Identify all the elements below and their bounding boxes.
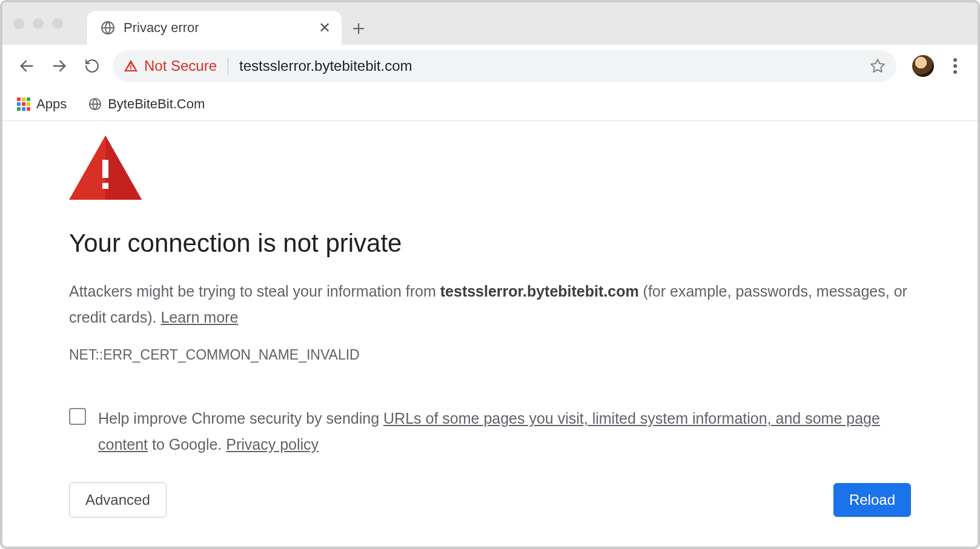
apps-grid-icon xyxy=(17,97,30,111)
forward-button[interactable] xyxy=(47,54,71,78)
warning-triangle-icon xyxy=(124,59,138,73)
svg-point-4 xyxy=(953,58,957,62)
svg-marker-3 xyxy=(871,59,884,72)
warning-triangle-icon xyxy=(69,136,911,202)
new-tab-button[interactable]: ＋ xyxy=(342,11,376,45)
learn-more-link[interactable]: Learn more xyxy=(161,309,238,326)
bookmark-star-icon[interactable] xyxy=(870,58,886,74)
address-bar[interactable]: Not Secure testsslerror.bytebitebit.com xyxy=(113,50,896,82)
globe-icon xyxy=(88,97,102,111)
svg-point-5 xyxy=(953,64,957,68)
bookmark-item-bytebitebit[interactable]: ByteBiteBit.Com xyxy=(88,96,205,112)
back-button[interactable] xyxy=(15,54,39,78)
svg-marker-9 xyxy=(105,136,142,200)
svg-rect-11 xyxy=(102,183,108,189)
traffic-light-zoom[interactable] xyxy=(52,18,63,29)
tab-strip: Privacy error ✕ ＋ xyxy=(2,2,978,45)
error-code: NET::ERR_CERT_COMMON_NAME_INVALID xyxy=(69,347,911,363)
tab-title: Privacy error xyxy=(124,20,199,36)
browser-tab[interactable]: Privacy error ✕ xyxy=(87,11,342,45)
domain-bold: testsslerror.bytebitebit.com xyxy=(440,283,639,300)
privacy-policy-link[interactable]: Privacy policy xyxy=(226,436,319,453)
close-icon[interactable]: ✕ xyxy=(319,21,331,35)
omnibox-separator xyxy=(228,58,228,74)
paragraph-text-prefix: Attackers might be trying to steal your … xyxy=(69,283,440,300)
security-status-label[interactable]: Not Secure xyxy=(144,58,217,74)
globe-icon xyxy=(101,21,115,35)
opt-in-row: Help improve Chrome security by sending … xyxy=(69,406,911,457)
warning-paragraph: Attackers might be trying to steal your … xyxy=(69,278,911,330)
page-heading: Your connection is not private xyxy=(69,229,911,258)
toolbar: Not Secure testsslerror.bytebitebit.com xyxy=(2,45,978,87)
opt-in-checkbox[interactable] xyxy=(69,408,86,425)
apps-label: Apps xyxy=(36,96,67,112)
menu-button[interactable] xyxy=(945,54,965,78)
bookmarks-bar: Apps ByteBiteBit.Com xyxy=(2,87,978,121)
url-text[interactable]: testsslerror.bytebitebit.com xyxy=(239,58,864,74)
window-controls xyxy=(13,18,63,29)
reload-page-button[interactable]: Reload xyxy=(833,483,911,517)
ssl-error-page: Your connection is not private Attackers… xyxy=(2,121,978,518)
traffic-light-close[interactable] xyxy=(13,18,24,29)
svg-rect-10 xyxy=(102,160,108,178)
opt-in-mid: to Google. xyxy=(148,436,226,453)
advanced-button[interactable]: Advanced xyxy=(69,482,167,518)
svg-point-6 xyxy=(953,70,957,74)
apps-shortcut[interactable]: Apps xyxy=(17,96,67,112)
reload-button[interactable] xyxy=(80,54,104,78)
profile-avatar[interactable] xyxy=(912,55,934,77)
opt-in-prefix: Help improve Chrome security by sending xyxy=(98,410,383,427)
action-row: Advanced Reload xyxy=(69,482,911,518)
opt-in-label: Help improve Chrome security by sending … xyxy=(98,406,911,457)
traffic-light-minimize[interactable] xyxy=(33,18,44,29)
bookmark-label: ByteBiteBit.Com xyxy=(108,96,205,112)
